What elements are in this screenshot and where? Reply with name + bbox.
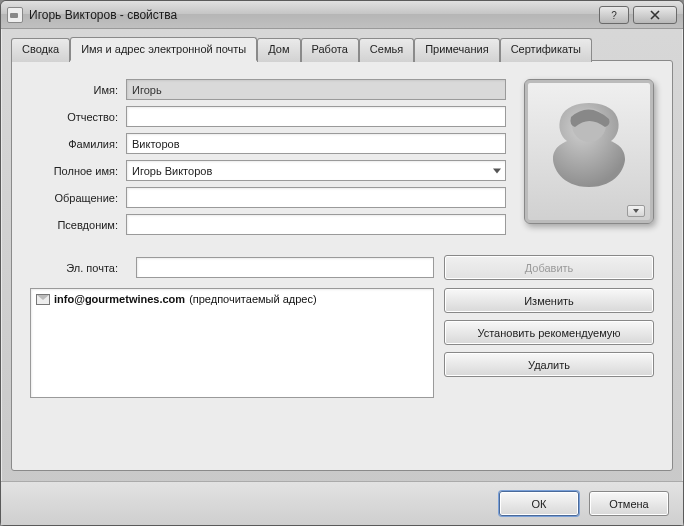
dialog-footer: ОК Отмена xyxy=(1,481,683,525)
tab-name-email[interactable]: Имя и адрес электронной почты xyxy=(70,37,257,61)
tab-family[interactable]: Семья xyxy=(359,38,414,62)
email-input[interactable] xyxy=(136,257,434,278)
nickname-label: Псевдоним: xyxy=(30,219,126,231)
tab-work[interactable]: Работа xyxy=(301,38,359,62)
email-item-suffix: (предпочитаемый адрес) xyxy=(189,293,317,305)
svg-text:?: ? xyxy=(611,10,617,21)
email-label: Эл. почта: xyxy=(30,262,126,274)
email-lower: info@gourmetwines.com (предпочитаемый ад… xyxy=(30,288,654,398)
email-list[interactable]: info@gourmetwines.com (предпочитаемый ад… xyxy=(30,288,434,398)
patronymic-input[interactable] xyxy=(126,106,506,127)
mail-icon xyxy=(36,294,50,305)
patronymic-label: Отчество: xyxy=(30,111,126,123)
titlebar[interactable]: Игорь Викторов - свойства ? xyxy=(1,1,683,29)
first-name-label: Имя: xyxy=(30,84,126,96)
contact-icon xyxy=(7,7,23,23)
full-name-label: Полное имя: xyxy=(30,165,126,177)
row-patronymic: Отчество: xyxy=(30,106,506,127)
email-buttons: Изменить Установить рекомендуемую Удалит… xyxy=(444,288,654,398)
photo-dropdown-button[interactable] xyxy=(627,205,645,217)
last-name-label: Фамилия: xyxy=(30,138,126,150)
titlebar-buttons: ? xyxy=(599,6,677,24)
window-title: Игорь Викторов - свойства xyxy=(29,8,599,22)
edit-button[interactable]: Изменить xyxy=(444,288,654,313)
help-button[interactable]: ? xyxy=(599,6,629,24)
avatar-placeholder-icon xyxy=(539,97,639,207)
name-fields-area: Имя: Отчество: Фамилия: Полное имя: xyxy=(30,79,654,241)
nickname-input[interactable] xyxy=(126,214,506,235)
chevron-down-icon xyxy=(493,168,501,173)
delete-button[interactable]: Удалить xyxy=(444,352,654,377)
last-name-input[interactable] xyxy=(126,133,506,154)
full-name-value: Игорь Викторов xyxy=(132,165,212,177)
tab-strip: Сводка Имя и адрес электронной почты Дом… xyxy=(11,37,673,61)
name-fields: Имя: Отчество: Фамилия: Полное имя: xyxy=(30,79,506,241)
ok-button[interactable]: ОК xyxy=(499,491,579,516)
set-default-button[interactable]: Установить рекомендуемую xyxy=(444,320,654,345)
first-name-input[interactable] xyxy=(126,79,506,100)
tab-certificates[interactable]: Сертификаты xyxy=(500,38,592,62)
row-last-name: Фамилия: xyxy=(30,133,506,154)
close-button[interactable] xyxy=(633,6,677,24)
tab-home[interactable]: Дом xyxy=(257,38,300,62)
email-input-row: Эл. почта: Добавить xyxy=(30,255,654,280)
row-first-name: Имя: xyxy=(30,79,506,100)
row-nickname: Псевдоним: xyxy=(30,214,506,235)
row-salutation: Обращение: xyxy=(30,187,506,208)
tab-panel: Имя: Отчество: Фамилия: Полное имя: xyxy=(11,60,673,471)
tab-notes[interactable]: Примечания xyxy=(414,38,500,62)
photo-frame[interactable] xyxy=(524,79,654,224)
full-name-combo[interactable]: Игорь Викторов xyxy=(126,160,506,181)
row-full-name: Полное имя: Игорь Викторов xyxy=(30,160,506,181)
email-item-address: info@gourmetwines.com xyxy=(54,293,185,305)
properties-window: Игорь Викторов - свойства ? Сводка Имя и… xyxy=(0,0,684,526)
cancel-button[interactable]: Отмена xyxy=(589,491,669,516)
add-button[interactable]: Добавить xyxy=(444,255,654,280)
content-area: Сводка Имя и адрес электронной почты Дом… xyxy=(1,29,683,481)
tab-summary[interactable]: Сводка xyxy=(11,38,70,62)
email-list-item[interactable]: info@gourmetwines.com (предпочитаемый ад… xyxy=(34,292,430,306)
salutation-input[interactable] xyxy=(126,187,506,208)
email-area: Эл. почта: Добавить info@gourmetwines.co… xyxy=(30,255,654,398)
salutation-label: Обращение: xyxy=(30,192,126,204)
